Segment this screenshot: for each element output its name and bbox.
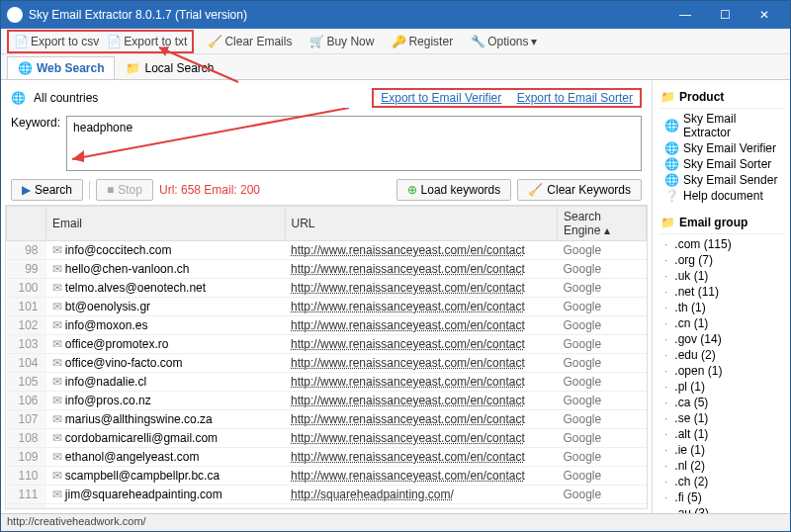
export-sorter-link[interactable]: Export to Email Sorter xyxy=(511,89,639,107)
group-item[interactable]: .cn (1) xyxy=(662,315,784,331)
table-row[interactable]: 102info@moxon.eshttp://www.renaissanceye… xyxy=(7,316,647,335)
keyword-input[interactable] xyxy=(73,121,635,134)
product-item[interactable]: 🌐Sky Email Sorter xyxy=(662,156,784,172)
stop-icon: ■ xyxy=(107,183,114,197)
wrench-icon: 🔧 xyxy=(471,35,484,48)
table-row[interactable]: 100telmo.alves@oenotech.nethttp://www.re… xyxy=(7,279,647,298)
keyword-label: Keyword: xyxy=(11,116,60,130)
play-icon: ▶ xyxy=(22,183,31,197)
register-button[interactable]: 🔑Register xyxy=(388,33,457,50)
txt-icon: 📄 xyxy=(107,35,121,48)
clear-keywords-button[interactable]: 🧹Clear Keywords xyxy=(517,179,642,201)
results-grid[interactable]: Email URL Search Engine ▴ 98info@coccite… xyxy=(5,205,648,509)
table-row[interactable]: 101bt@oenolysis.grhttp://www.renaissance… xyxy=(7,298,647,316)
search-button[interactable]: ▶Search xyxy=(11,179,83,201)
group-item[interactable]: .org (7) xyxy=(662,252,784,268)
url-email-count: Url: 658 Email: 200 xyxy=(159,183,260,197)
export-txt-button[interactable]: 📄Export to txt xyxy=(103,33,191,50)
group-item[interactable]: .nl (2) xyxy=(662,458,784,474)
folder-icon: 📁 xyxy=(660,90,675,104)
group-item[interactable]: .fi (5) xyxy=(662,489,784,505)
email-group-tree: .com (115).org (7).uk (1).net (11).th (1… xyxy=(659,234,784,513)
table-row[interactable]: 107marius@allthingswine.co.zahttp://www.… xyxy=(7,410,647,429)
table-row[interactable]: 108cordobamicarelli@gmail.comhttp://www.… xyxy=(7,429,647,448)
product-item[interactable]: 🌐Sky Email Sender xyxy=(662,172,784,188)
group-item[interactable]: .ie (1) xyxy=(662,442,784,458)
table-row[interactable]: 98info@coccitech.comhttp://www.renaissan… xyxy=(7,241,647,260)
table-row[interactable]: 105info@nadalie.clhttp://www.renaissance… xyxy=(7,373,647,392)
col-email[interactable]: Email xyxy=(46,207,286,241)
country-selector[interactable]: All countries xyxy=(34,91,98,105)
table-row[interactable]: 103office@promotex.rohttp://www.renaissa… xyxy=(7,335,647,354)
email-group-header: 📁Email group xyxy=(659,212,784,234)
buy-now-button[interactable]: 🛒Buy Now xyxy=(306,33,378,50)
export-csv-button[interactable]: 📄Export to csv xyxy=(10,33,103,50)
stop-button[interactable]: ■Stop xyxy=(96,179,153,201)
group-item[interactable]: .th (1) xyxy=(662,300,784,315)
group-item[interactable]: .gov (14) xyxy=(662,331,784,347)
options-button[interactable]: 🔧Options ▾ xyxy=(467,33,541,50)
close-button[interactable]: ✕ xyxy=(745,3,784,27)
group-item[interactable]: .com (115) xyxy=(662,236,784,252)
group-item[interactable]: .open (1) xyxy=(662,363,784,379)
group-item[interactable]: .ch (2) xyxy=(662,474,784,489)
group-item[interactable]: .net (11) xyxy=(662,284,784,300)
globe-icon: 🌐 xyxy=(664,157,679,171)
table-row[interactable]: 110scampbell@campbellpr.bc.cahttp://www.… xyxy=(7,467,647,486)
folder-icon: 📁 xyxy=(660,216,675,229)
col-url[interactable]: URL xyxy=(285,207,558,241)
tab-web-search[interactable]: 🌐Web Search xyxy=(7,56,115,79)
csv-icon: 📄 xyxy=(14,35,28,48)
app-logo-icon xyxy=(7,7,23,23)
group-item[interactable]: .pl (1) xyxy=(662,379,784,395)
group-item[interactable]: .se (1) xyxy=(662,410,784,426)
product-item[interactable]: 🌐Sky Email Verifier xyxy=(662,140,784,156)
table-row[interactable]: 104office@vino-facto.comhttp://www.renai… xyxy=(7,354,647,373)
plus-icon: ⊕ xyxy=(407,183,417,197)
export-verifier-link[interactable]: Export to Email Verifier xyxy=(375,89,507,107)
table-row[interactable]: 112mmillner@squareheadpainting....http:/… xyxy=(7,504,647,510)
col-se[interactable]: Search Engine ▴ xyxy=(558,207,647,241)
broom-icon: 🧹 xyxy=(208,35,221,48)
group-item[interactable]: .edu (2) xyxy=(662,347,784,363)
tab-strip: 🌐Web Search 📁Local Search xyxy=(1,54,790,80)
group-item[interactable]: .au (3) xyxy=(662,505,784,513)
export-highlight: 📄Export to csv 📄Export to txt xyxy=(7,30,194,53)
group-item[interactable]: .uk (1) xyxy=(662,268,784,284)
toolbar: 📄Export to csv 📄Export to txt 🧹Clear Ema… xyxy=(1,29,790,54)
keyword-box xyxy=(66,116,642,171)
titlebar: Sky Email Extractor 8.0.1.7 (Trial versi… xyxy=(1,1,790,29)
product-item[interactable]: 🌐Sky Email Extractor xyxy=(662,111,784,140)
broom-icon: 🧹 xyxy=(528,183,543,197)
folder-icon: 📁 xyxy=(126,61,140,75)
globe-icon: 🌐 xyxy=(664,173,679,187)
globe-icon: 🌐 xyxy=(664,119,679,133)
globe-icon: 🌐 xyxy=(18,61,33,75)
group-item[interactable]: .alt (1) xyxy=(662,426,784,442)
product-list: 🌐Sky Email Extractor🌐Sky Email Verifier🌐… xyxy=(659,109,784,212)
status-bar: http://creativeheadwork.com/ xyxy=(1,513,790,531)
product-header: 📁Product xyxy=(659,86,784,109)
globe-icon: 🌐 xyxy=(664,141,679,155)
tab-local-search[interactable]: 📁Local Search xyxy=(115,56,224,79)
minimize-button[interactable]: — xyxy=(665,3,705,27)
group-item[interactable]: .ca (5) xyxy=(662,395,784,410)
col-rownum[interactable] xyxy=(7,207,46,241)
maximize-button[interactable]: ☐ xyxy=(705,3,745,27)
cart-icon: 🛒 xyxy=(309,35,323,48)
table-row[interactable]: 109ethanol@angelyeast.comhttp://www.rena… xyxy=(7,448,647,467)
table-row[interactable]: 106info@pros.co.nzhttp://www.renaissance… xyxy=(7,392,647,410)
export-links-highlight: Export to Email Verifier Export to Email… xyxy=(372,88,642,108)
window-title: Sky Email Extractor 8.0.1.7 (Trial versi… xyxy=(29,8,665,22)
table-row[interactable]: 111jim@squareheadpainting.comhttp://squa… xyxy=(7,486,647,504)
key-icon: 🔑 xyxy=(392,35,405,48)
table-row[interactable]: 99hello@chen-vanloon.chhttp://www.renais… xyxy=(7,260,647,279)
product-item[interactable]: ❔Help document xyxy=(662,188,784,204)
clear-emails-button[interactable]: 🧹Clear Emails xyxy=(204,33,296,50)
load-keywords-button[interactable]: ⊕Load keywords xyxy=(396,179,512,201)
help-icon: ❔ xyxy=(664,189,679,203)
globe-icon: 🌐 xyxy=(11,91,26,105)
